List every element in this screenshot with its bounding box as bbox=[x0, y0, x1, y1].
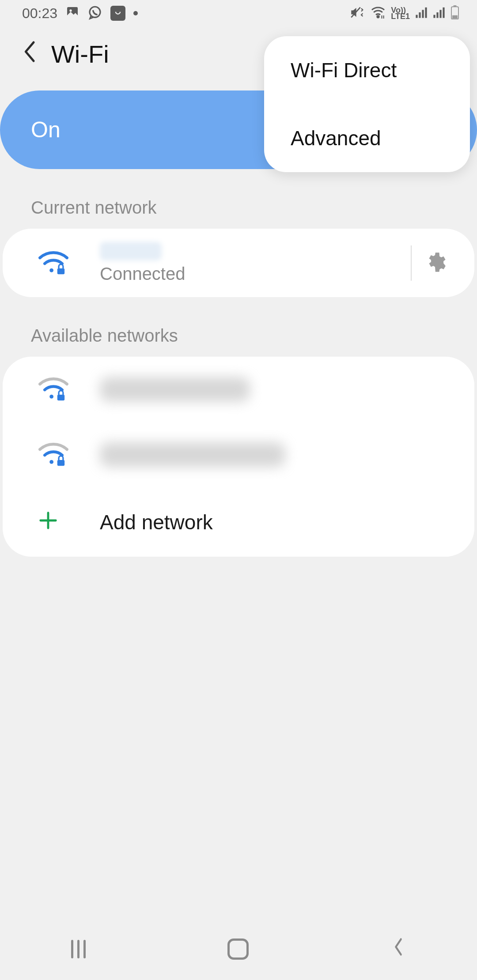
current-network-card: Connected bbox=[3, 229, 474, 297]
menu-item-wifi-direct[interactable]: Wi-Fi Direct bbox=[264, 36, 470, 104]
volte-icon: Vo))LTE1 bbox=[391, 7, 410, 19]
svg-point-20 bbox=[49, 460, 53, 464]
svg-point-2 bbox=[90, 7, 100, 17]
signal-2-icon bbox=[433, 6, 445, 20]
svg-rect-12 bbox=[443, 8, 444, 18]
nav-home-icon[interactable] bbox=[227, 939, 249, 960]
current-network-row[interactable]: Connected bbox=[3, 229, 474, 297]
svg-rect-21 bbox=[57, 460, 64, 466]
svg-rect-6 bbox=[419, 12, 420, 18]
available-networks-card: Add network bbox=[3, 357, 474, 557]
svg-point-1 bbox=[69, 9, 72, 11]
svg-rect-5 bbox=[416, 15, 417, 18]
current-network-text: Connected bbox=[82, 242, 398, 284]
vertical-divider bbox=[411, 245, 412, 281]
wifi-status-icon bbox=[371, 6, 386, 20]
battery-icon bbox=[450, 5, 459, 21]
add-network-row[interactable]: Add network bbox=[3, 487, 474, 557]
wifi-lock-icon bbox=[38, 442, 82, 467]
system-navigation-bar bbox=[0, 918, 477, 980]
available-network-ssid bbox=[82, 377, 448, 402]
nav-recents-icon[interactable] bbox=[71, 940, 86, 958]
svg-rect-8 bbox=[425, 8, 427, 18]
add-network-label: Add network bbox=[82, 510, 448, 534]
signal-1-icon bbox=[415, 6, 428, 20]
svg-rect-7 bbox=[422, 10, 424, 18]
wifi-lock-icon bbox=[38, 377, 82, 402]
svg-rect-17 bbox=[57, 268, 64, 274]
svg-rect-19 bbox=[57, 395, 64, 400]
svg-point-18 bbox=[49, 395, 53, 399]
overflow-menu: Wi-Fi Direct Advanced bbox=[264, 36, 470, 172]
wifi-toggle-label: On bbox=[31, 117, 61, 143]
shop-icon bbox=[110, 6, 125, 21]
status-bar: 00:23 Vo))LTE1 bbox=[0, 0, 477, 26]
current-ssid-redacted bbox=[100, 242, 162, 260]
svg-rect-15 bbox=[452, 15, 458, 19]
svg-point-4 bbox=[377, 16, 379, 18]
available-networks-section-label: Available networks bbox=[0, 297, 477, 357]
current-network-status: Connected bbox=[100, 264, 398, 284]
status-right: Vo))LTE1 bbox=[350, 5, 459, 21]
available-network-row[interactable] bbox=[3, 422, 474, 487]
menu-item-advanced[interactable]: Advanced bbox=[264, 104, 470, 172]
wifi-lock-icon bbox=[38, 251, 82, 275]
svg-rect-9 bbox=[433, 15, 435, 18]
current-network-section-label: Current network bbox=[0, 169, 477, 229]
page-title: Wi-Fi bbox=[51, 40, 109, 68]
available-network-row[interactable] bbox=[3, 357, 474, 422]
back-arrow-icon[interactable] bbox=[22, 40, 38, 68]
gallery-icon bbox=[65, 5, 80, 21]
svg-point-16 bbox=[49, 268, 53, 272]
gear-icon[interactable] bbox=[425, 251, 448, 275]
more-dot-icon bbox=[133, 11, 138, 15]
svg-rect-10 bbox=[436, 12, 438, 18]
mute-vibrate-icon bbox=[350, 6, 365, 21]
status-left: 00:23 bbox=[22, 5, 138, 22]
plus-icon bbox=[38, 508, 82, 536]
nav-back-icon[interactable] bbox=[392, 937, 405, 962]
available-network-ssid bbox=[82, 442, 448, 467]
status-time: 00:23 bbox=[22, 5, 57, 22]
whatsapp-icon bbox=[87, 5, 102, 22]
svg-rect-11 bbox=[439, 10, 441, 18]
